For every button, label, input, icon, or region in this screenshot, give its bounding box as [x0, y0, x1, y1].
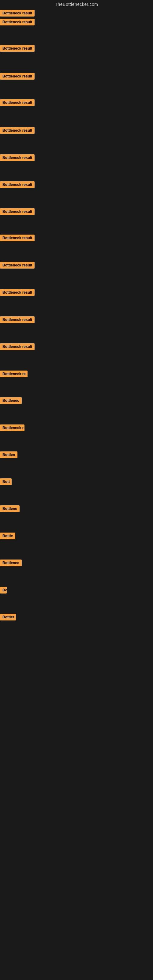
bottleneck-item: Bottleneck result: [0, 154, 35, 162]
bottleneck-item: Bottleneck result: [0, 45, 35, 53]
bottleneck-badge[interactable]: Bottleneck result: [0, 235, 35, 241]
bottleneck-badge[interactable]: Bottleneck result: [0, 73, 35, 80]
bottleneck-item: Bottleneck result: [0, 10, 35, 18]
bottleneck-badge[interactable]: Bottle: [0, 533, 15, 539]
bottleneck-item: Bottlenec: [0, 397, 22, 405]
bottleneck-item: Bottleneck result: [0, 99, 35, 107]
bottleneck-badge[interactable]: Bottlenec: [0, 397, 22, 404]
bottleneck-item: Bottleneck result: [0, 208, 35, 216]
bottleneck-item: Bottle: [0, 533, 15, 541]
bottleneck-badge[interactable]: Bott: [0, 478, 12, 485]
bottleneck-badge[interactable]: Bottleneck result: [0, 127, 35, 134]
bottleneck-item: Bottlenec: [0, 560, 22, 568]
bottleneck-item: Bottleneck result: [0, 19, 35, 27]
bottleneck-item: Bottleneck result: [0, 343, 35, 351]
bottleneck-badge[interactable]: Bottlene: [0, 505, 19, 512]
bottleneck-badge[interactable]: Bottleneck result: [0, 10, 35, 16]
bottleneck-badge[interactable]: Bo: [0, 587, 7, 593]
bottleneck-badge[interactable]: Bottleneck result: [0, 262, 35, 269]
bottleneck-item: Bottleneck result: [0, 262, 35, 270]
bottleneck-badge[interactable]: Bottleneck re: [0, 371, 27, 377]
bottleneck-badge[interactable]: Bottler: [0, 614, 16, 620]
bottleneck-item: Bottler: [0, 614, 16, 622]
bottleneck-badge[interactable]: Bottlen: [0, 452, 18, 458]
bottleneck-badge[interactable]: Bottleneck result: [0, 19, 35, 25]
bottleneck-badge[interactable]: Bottleneck result: [0, 343, 35, 350]
bottleneck-badge[interactable]: Bottleneck result: [0, 181, 35, 188]
bottleneck-item: Bo: [0, 587, 7, 595]
bottleneck-item: Bottleneck result: [0, 181, 35, 189]
bottleneck-badge[interactable]: Bottleneck r: [0, 425, 24, 431]
bottleneck-item: Bottleneck result: [0, 289, 35, 297]
bottleneck-item: Bottleneck result: [0, 127, 35, 135]
bottleneck-item: Bottleneck r: [0, 425, 24, 433]
bottleneck-badge[interactable]: Bottleneck result: [0, 45, 35, 52]
bottleneck-item: Bottlene: [0, 505, 19, 513]
site-title: TheBottlenecker.com: [0, 0, 153, 10]
bottleneck-item: Bott: [0, 478, 12, 486]
bottleneck-item: Bottleneck result: [0, 73, 35, 81]
bottleneck-item: Bottleneck result: [0, 235, 35, 243]
bottleneck-badge[interactable]: Bottleneck result: [0, 317, 35, 323]
bottleneck-badge[interactable]: Bottleneck result: [0, 208, 35, 215]
bottleneck-badge[interactable]: Bottlenec: [0, 560, 22, 566]
bottleneck-item: Bottleneck result: [0, 317, 35, 324]
items-container: Bottleneck resultBottleneck resultBottle…: [0, 10, 153, 978]
bottleneck-item: Bottlen: [0, 452, 18, 460]
bottleneck-item: Bottleneck re: [0, 371, 27, 379]
bottleneck-badge[interactable]: Bottleneck result: [0, 99, 35, 106]
bottleneck-badge[interactable]: Bottleneck result: [0, 154, 35, 161]
bottleneck-badge[interactable]: Bottleneck result: [0, 289, 35, 296]
